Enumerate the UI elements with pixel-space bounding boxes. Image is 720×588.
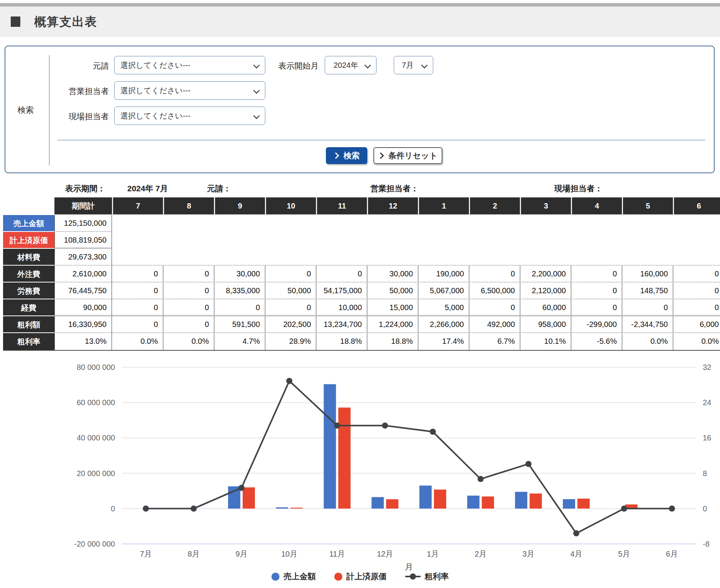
- x-axis-title: 月: [405, 562, 413, 571]
- month-value-cell: 10,000: [316, 299, 367, 315]
- x-axis-tick: 2月: [475, 550, 487, 558]
- left-axis-tick: 60 000 000: [77, 398, 115, 407]
- chevron-down-icon: [365, 62, 371, 69]
- reset-button-label: 条件リセット: [388, 150, 437, 161]
- x-axis-tick: 4月: [570, 550, 582, 558]
- start-month-label: 表示開始月: [278, 61, 319, 71]
- legend-profit-rate-label: 粗利率: [425, 571, 449, 582]
- start-year-value: 2024年: [325, 60, 358, 71]
- month-value-cell: 0.0%: [112, 333, 163, 350]
- sales-rep-select[interactable]: 選択してください---: [114, 81, 265, 100]
- site-rep-select[interactable]: 選択してください---: [114, 107, 265, 125]
- month-value-cell: 0: [673, 266, 720, 282]
- month-value-cell: 160,000: [622, 266, 673, 282]
- start-year-select[interactable]: 2024年: [325, 56, 376, 74]
- profit-rate-point: [525, 461, 531, 467]
- site-rep-label: 現場担当者: [51, 111, 109, 122]
- search-panel: 検索 元請 選択してください--- 営業担当者 選択してください--- 現場担当…: [5, 46, 715, 173]
- sales-rep-select-value: 選択してください---: [115, 85, 191, 96]
- profit-rate-line: [146, 381, 672, 534]
- month-value-cell: 492,000: [469, 316, 520, 332]
- profit-rate-point: [621, 506, 627, 512]
- month-value-cell: 190,000: [418, 266, 469, 282]
- x-axis-tick: 10月: [281, 550, 298, 558]
- month-value-cell: 0: [214, 299, 265, 315]
- month-value-cell: 0: [112, 266, 163, 282]
- month-value-cell: 0: [163, 283, 214, 299]
- month-value-cell: 0: [112, 316, 163, 332]
- sales-bar: [324, 384, 336, 509]
- cost-bar: [529, 493, 542, 508]
- chart-legend: 売上金額 計上済原価 粗利率: [0, 571, 720, 582]
- month-header-cell: 1: [418, 197, 469, 214]
- sales-bar: [515, 492, 527, 509]
- table-row: 売上金額125,150,000: [3, 215, 720, 232]
- sales-bar: [467, 496, 480, 509]
- chevron-down-icon: [253, 113, 260, 119]
- month-header-cell: 8: [163, 197, 214, 214]
- search-panel-divider: [49, 55, 49, 166]
- right-axis-tick: 24: [703, 398, 711, 407]
- row-label: 粗利額: [3, 316, 54, 333]
- cost-bar: [338, 407, 350, 509]
- search-button[interactable]: 検索: [326, 147, 367, 164]
- cost-bar: [482, 496, 494, 509]
- month-header-cell: 5: [622, 197, 673, 214]
- period-total-cell: 90,000: [54, 299, 112, 316]
- sales-bar: [228, 486, 240, 509]
- x-axis-tick: 8月: [188, 550, 200, 558]
- page-title: 概算支出表: [34, 14, 97, 30]
- contractor-summary-label: 元請：: [207, 183, 231, 194]
- cost-bar: [577, 499, 590, 509]
- month-value-cell: 18.8%: [316, 333, 367, 350]
- start-month-select[interactable]: 7月: [394, 56, 433, 74]
- month-value-cell: 0: [163, 316, 214, 332]
- month-value-cell: 4.7%: [214, 333, 265, 350]
- period-total-cell: 108,819,050: [54, 232, 112, 249]
- period-total-header-cell: 期間計: [54, 197, 112, 214]
- month-value-cell: 0: [265, 299, 316, 315]
- month-header-cell: 7: [112, 197, 163, 214]
- month-value-cell: 0: [163, 266, 214, 282]
- sales-legend-dot-icon: [271, 573, 279, 581]
- month-value-cell: 5,067,000: [418, 283, 469, 299]
- month-value-cell: 0.0%: [673, 333, 720, 350]
- table-row: 労務費76,445,750008,335,00050,00054,175,000…: [3, 283, 720, 299]
- month-value-cell: 0: [469, 299, 520, 315]
- month-value-cell: 18.8%: [367, 333, 418, 350]
- profit-rate-point: [382, 422, 388, 429]
- month-cells: [112, 249, 720, 266]
- period-total-cell: 29,673,300: [54, 249, 112, 266]
- profit-rate-point: [430, 429, 436, 435]
- month-value-cell: 958,000: [520, 316, 571, 332]
- contractor-select[interactable]: 選択してください---: [114, 56, 265, 74]
- month-value-cell: 0: [571, 299, 622, 315]
- month-header-cell: 12: [367, 197, 418, 214]
- sales-bar: [563, 499, 575, 509]
- site-rep-summary-label: 現場担当者：: [554, 183, 603, 194]
- month-value-cell: 2,266,000: [418, 316, 469, 332]
- profit-rate-point: [334, 422, 340, 429]
- table-row: 外注費2,610,0000030,0000030,000190,00002,20…: [3, 266, 720, 283]
- month-value-cell: 0: [622, 299, 673, 315]
- result-summary-row: 表示期間： 2024年 7月 元請： 営業担当者： 現場担当者：: [0, 183, 720, 195]
- month-value-cell: 5,000: [418, 299, 469, 315]
- month-value-cell: 6,000: [673, 316, 720, 332]
- reset-conditions-button[interactable]: 条件リセット: [373, 147, 442, 164]
- sales-bar: [276, 508, 288, 509]
- legend-item-profit-rate: 粗利率: [405, 571, 449, 582]
- period-total-cell: 125,150,000: [54, 215, 112, 232]
- month-header-cell: 10: [265, 197, 316, 214]
- x-axis-tick: 5月: [618, 550, 630, 558]
- legend-cost-label: 計上済原価: [347, 571, 387, 582]
- month-value-cell: 8,335,000: [214, 283, 265, 299]
- period-total-cell: 16,330,950: [54, 316, 112, 333]
- month-value-cell: 30,000: [367, 266, 418, 282]
- month-cells: 0.0%0.0%4.7%28.9%18.8%18.8%17.4%6.7%10.1…: [112, 333, 720, 350]
- title-band: 概算支出表: [0, 7, 720, 37]
- left-axis-tick: 80 000 000: [77, 363, 115, 371]
- sales-bar: [419, 486, 432, 509]
- chevron-down-icon: [253, 87, 260, 94]
- cost-bar: [434, 489, 446, 509]
- search-section-label: 検索: [18, 105, 34, 115]
